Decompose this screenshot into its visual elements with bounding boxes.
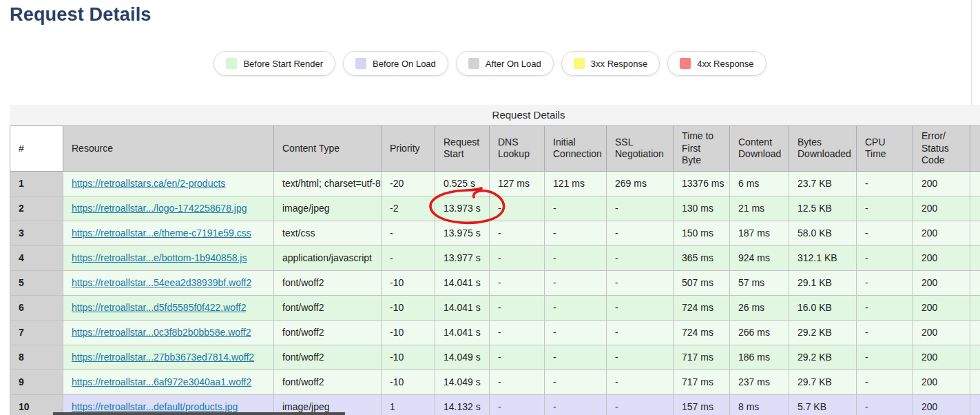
resource-link[interactable]: https://retroallstars.ca/en/2-products [72,178,225,189]
resource-link[interactable]: https://retroallstar...6af972e3040aa1.wo… [72,376,251,387]
cell-cpu-time: - [857,394,913,415]
cell-priority: 1 [382,394,435,415]
cell-bytes-downloaded: 58.0 KB [789,221,857,245]
cell-bytes-downloaded: 16.0 KB [789,295,857,320]
cell-priority: -20 [382,171,435,196]
cell-bytes-downloaded: 12.5 KB [789,196,857,221]
cell-cpu-time: - [857,370,913,394]
cell-cpu-time: - [857,320,913,345]
table-row: 1 https://retroallstars.ca/en/2-products… [10,171,980,196]
table-row: 5 https://retroallstar...54eea2d38939bf.… [10,270,980,295]
cell-priority: -10 [382,320,435,345]
cell-bytes-downloaded: 29.2 KB [789,320,857,345]
cell-overflow [970,345,980,370]
cell-row-number: 7 [10,320,63,345]
cell-time-to-first-byte: 13376 ms [674,171,730,196]
cell-content-type: font/woff2 [274,370,382,394]
resource-link[interactable]: https://retroallstar...27bb3673ed7814.wo… [72,352,254,363]
table-row: 8 https://retroallstar...27bb3673ed7814.… [10,345,980,370]
col-header-number: # [10,126,63,172]
cell-content-download: 266 ms [730,320,789,345]
resource-link[interactable]: https://retroallstar.../logo-1742258678.… [72,203,247,214]
resource-link[interactable]: https://retroallstar...0c3f8b2b0bb58e.wo… [72,327,251,338]
cell-row-number: 9 [10,370,63,394]
cell-ssl-negotiation: - [607,245,674,270]
resource-link[interactable]: https://retroallstar...default/products.… [72,401,238,412]
cell-status-code: 200 [913,171,970,196]
page-title: Request Details [10,4,152,26]
cell-request-start: 13.975 s [435,221,490,245]
cell-overflow [970,320,980,345]
cell-overflow [970,270,980,295]
cell-content-download: 21 ms [730,196,789,221]
legend-pill-before-on-load: Before On Load [343,51,448,76]
cell-bytes-downloaded: 23.7 KB [789,171,857,196]
cell-initial-connection: - [545,370,607,394]
cell-content-type: image/jpeg [274,196,382,221]
cell-time-to-first-byte: 157 ms [674,394,730,415]
cell-request-start: 14.041 s [435,320,490,345]
cell-initial-connection: - [545,345,607,370]
cell-cpu-time: - [857,270,913,295]
cell-status-code: 200 [913,295,970,320]
cell-content-download: 924 ms [730,245,789,270]
resource-link[interactable]: https://retroallstar...d5fd5585f0f422.wo… [72,302,246,313]
cell-content-type: application/javascript [274,245,382,270]
cell-bytes-downloaded: 29.1 KB [789,270,857,295]
cell-content-type: font/woff2 [274,270,382,295]
cell-initial-connection: - [545,196,607,221]
table-caption: Request Details [10,105,980,125]
cell-content-type: text/html; charset=utf-8 [274,171,382,196]
cell-ssl-negotiation: - [607,196,674,221]
cell-row-number: 5 [10,270,63,295]
cell-status-code: 200 [913,221,970,245]
table-row: 9 https://retroallstar...6af972e3040aa1.… [10,370,980,394]
cell-request-start: 14.041 s [435,270,490,295]
cell-cpu-time: - [857,221,913,245]
cell-status-code: 200 [913,345,970,370]
col-header-content-type: Content Type [274,126,382,172]
cell-initial-connection: 121 ms [545,171,607,196]
table-row: 4 https://retroallstar...e/bottom-1b9408… [10,245,980,270]
legend-pill-before-start-render: Before Start Render [213,51,335,76]
resource-link[interactable]: https://retroallstar...54eea2d38939bf.wo… [72,277,251,288]
cell-dns-lookup: - [490,245,545,270]
col-header-ssl-negotiation: SSL Negotiation [607,126,674,172]
cell-request-start: 14.041 s [435,295,490,320]
col-header-dns-lookup: DNS Lookup [490,126,545,172]
cell-ssl-negotiation: - [607,270,674,295]
col-header-overflow [970,126,980,172]
cell-overflow [970,196,980,221]
cell-resource: https://retroallstars.ca/en/2-products [63,171,274,196]
cell-row-number: 4 [10,245,63,270]
cell-priority: -10 [382,345,435,370]
cell-content-type: font/woff2 [274,295,382,320]
resource-link[interactable]: https://retroallstar...e/bottom-1b940858… [72,252,247,263]
cell-dns-lookup: - [490,345,545,370]
cell-bytes-downloaded: 29.7 KB [789,370,857,394]
cell-overflow [970,221,980,245]
col-header-priority: Priority [382,126,435,172]
cell-overflow [970,394,980,415]
cell-initial-connection: - [545,295,607,320]
cell-content-download: 6 ms [730,171,789,196]
cell-priority: - [382,221,435,245]
cell-request-start: 0.525 s [435,171,490,196]
cell-bytes-downloaded: 29.2 KB [789,345,857,370]
col-header-request-start: Request Start [435,126,490,172]
resource-link[interactable]: https://retroallstar...e/theme-c7191e59.… [72,227,251,239]
cell-ssl-negotiation: - [607,221,674,245]
legend-pill-3xx-response: 3xx Response [561,51,660,76]
cell-dns-lookup: - [490,221,545,245]
cell-content-download: 8 ms [730,394,789,415]
cell-status-code: 200 [913,245,970,270]
cell-content-download: 26 ms [730,295,789,320]
col-header-initial-connection: Initial Connection [545,126,607,172]
legend-label: 4xx Response [697,59,753,69]
cell-dns-lookup: - [490,320,545,345]
cell-resource: https://retroallstar...54eea2d38939bf.wo… [63,270,274,295]
cell-initial-connection: - [545,320,607,345]
legend-label: 3xx Response [591,59,647,69]
cell-status-code: 200 [913,394,970,415]
legend: Before Start Render Before On Load After… [0,51,980,76]
